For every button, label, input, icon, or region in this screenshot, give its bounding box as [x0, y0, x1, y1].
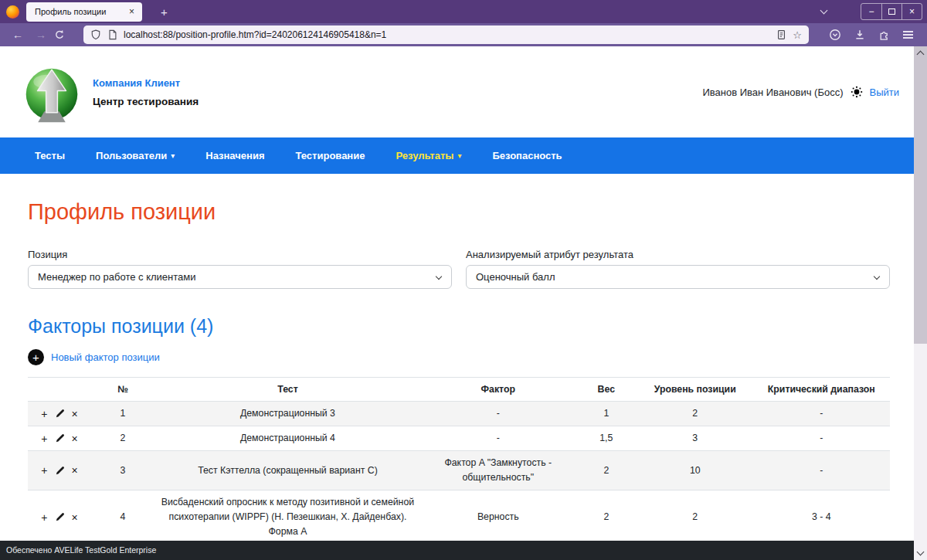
- company-name-link[interactable]: Компания Клиент: [93, 77, 199, 89]
- company-logo: [23, 63, 80, 125]
- forward-button[interactable]: →: [31, 29, 51, 41]
- user-name: Иванов Иван Иванович (Босс): [702, 87, 843, 98]
- delete-icon[interactable]: ×: [72, 409, 78, 419]
- row-weight: 1: [576, 402, 637, 426]
- chevron-down-icon: [436, 273, 442, 280]
- row-test: Демонстрационный 4: [154, 426, 421, 451]
- minimize-button[interactable]: −: [861, 4, 881, 19]
- shield-icon[interactable]: [90, 29, 101, 40]
- browser-titlebar: Профиль позиции × + − ×: [0, 0, 927, 23]
- vertical-scrollbar[interactable]: [914, 46, 927, 560]
- toolbar-icons: [829, 29, 913, 41]
- list-tabs-icon[interactable]: [820, 7, 828, 15]
- edit-icon[interactable]: [55, 512, 65, 522]
- add-icon[interactable]: +: [41, 465, 47, 476]
- position-label: Позиция: [28, 249, 452, 260]
- site-header: Компания Клиент Центр тестирования Ивано…: [0, 46, 927, 137]
- bookmark-star-icon[interactable]: ☆: [793, 29, 802, 41]
- factor-header: Фактор: [421, 378, 576, 402]
- row-num: 2: [91, 426, 154, 451]
- download-icon[interactable]: [854, 29, 866, 41]
- tab-title: Профиль позиции: [35, 7, 127, 16]
- edit-icon[interactable]: [55, 466, 65, 476]
- firefox-icon[interactable]: [6, 5, 19, 19]
- attribute-label: Анализируемый атрибут результата: [466, 249, 890, 260]
- row-factor: Верность: [421, 490, 576, 541]
- logout-link[interactable]: Выйти: [870, 87, 900, 98]
- browser-window: Профиль позиции × + − × ← →: [0, 0, 927, 560]
- row-factor: Фактор A "Замкнутость - общительность": [421, 451, 576, 490]
- delete-icon[interactable]: ×: [72, 433, 78, 444]
- theme-sun-icon[interactable]: [851, 86, 863, 98]
- factors-table: № Тест Фактор Вес Уровень позиции Критич…: [28, 377, 890, 541]
- footer: Обеспечено AVELife TestGold Enterprise: [0, 541, 927, 560]
- delete-icon[interactable]: ×: [72, 465, 78, 476]
- add-icon[interactable]: +: [41, 409, 47, 419]
- row-num: 1: [91, 402, 154, 426]
- menu-icon[interactable]: [903, 29, 913, 40]
- brand-block: Компания Клиент Центр тестирования: [93, 77, 199, 107]
- plus-circle-icon[interactable]: +: [28, 349, 44, 365]
- edit-icon[interactable]: [55, 433, 65, 443]
- reload-button[interactable]: [54, 29, 74, 40]
- table-row: +× 1 Демонстрационный 3 - 1 2 -: [28, 402, 890, 426]
- nav-item-testing[interactable]: Тестирование: [280, 150, 381, 161]
- reload-icon: [54, 29, 65, 40]
- page-viewport: Компания Клиент Центр тестирования Ивано…: [0, 46, 927, 560]
- main-content: Профиль позиции Позиция Менеджер по рабо…: [28, 199, 890, 541]
- maximize-button[interactable]: [881, 4, 902, 19]
- window-controls: − ×: [861, 3, 922, 20]
- actions-header: [28, 378, 91, 402]
- main-nav: Тесты Пользователи▾ Назначения Тестирова…: [0, 137, 927, 174]
- table-row: +× 4 Висбаденский опросник к методу пози…: [28, 490, 890, 541]
- range-header: Критический диапазон: [753, 378, 890, 402]
- row-actions: +×: [32, 465, 87, 476]
- row-level: 10: [637, 451, 753, 490]
- chevron-down-icon: ▾: [171, 151, 175, 160]
- row-actions: +×: [32, 409, 87, 419]
- row-range: 3 - 4: [753, 490, 890, 541]
- tab-close-icon[interactable]: ×: [127, 6, 136, 17]
- chevron-down-icon: ▾: [457, 151, 461, 160]
- weight-header: Вес: [576, 378, 637, 402]
- scrollbar-thumb[interactable]: [914, 46, 927, 344]
- page-info-icon[interactable]: [107, 29, 117, 40]
- factors-heading: Факторы позиции (4): [28, 315, 890, 338]
- user-area: Иванов Иван Иванович (Босс) Выйти: [702, 86, 899, 98]
- close-button[interactable]: ×: [902, 4, 922, 19]
- row-range: -: [753, 426, 890, 451]
- pocket-icon[interactable]: [829, 29, 841, 41]
- attribute-select[interactable]: Оценочный балл: [466, 265, 890, 289]
- extensions-icon[interactable]: [878, 29, 891, 41]
- nav-item-results[interactable]: Результаты▾: [380, 150, 477, 161]
- row-actions: +×: [32, 512, 87, 523]
- nav-item-security[interactable]: Безопасность: [477, 150, 577, 161]
- url-bar[interactable]: localhost:88/position-profile.htm?id=240…: [83, 25, 809, 44]
- row-factor: -: [421, 426, 576, 451]
- new-tab-button[interactable]: +: [156, 5, 172, 19]
- page-title: Профиль позиции: [28, 199, 890, 225]
- level-header: Уровень позиции: [637, 378, 753, 402]
- delete-icon[interactable]: ×: [72, 512, 78, 523]
- test-header: Тест: [154, 378, 421, 402]
- add-icon[interactable]: +: [41, 433, 47, 444]
- row-weight: 2: [576, 451, 637, 490]
- row-actions: +×: [32, 433, 87, 444]
- row-weight: 1,5: [576, 426, 637, 451]
- edit-icon[interactable]: [55, 409, 65, 419]
- new-factor-link[interactable]: Новый фактор позиции: [51, 351, 160, 363]
- add-icon[interactable]: +: [41, 512, 47, 523]
- position-select[interactable]: Менеджер по работе с клиентами: [28, 265, 452, 289]
- nav-item-tests[interactable]: Тесты: [19, 150, 80, 161]
- url-text[interactable]: localhost:88/position-profile.htm?id=240…: [124, 29, 770, 40]
- table-header-row: № Тест Фактор Вес Уровень позиции Критич…: [28, 378, 890, 402]
- nav-item-assignments[interactable]: Назначения: [190, 150, 280, 161]
- scroll-down-icon[interactable]: [917, 548, 925, 556]
- reader-mode-icon[interactable]: [776, 29, 786, 40]
- back-button[interactable]: ←: [8, 29, 28, 41]
- table-row: +× 3 Тест Кэттелла (сокращенный вариант …: [28, 451, 890, 490]
- browser-tab[interactable]: Профиль позиции ×: [26, 2, 142, 22]
- nav-item-users[interactable]: Пользователи▾: [80, 150, 190, 161]
- page-content: Компания Клиент Центр тестирования Ивано…: [0, 46, 927, 541]
- row-level: 2: [637, 490, 753, 541]
